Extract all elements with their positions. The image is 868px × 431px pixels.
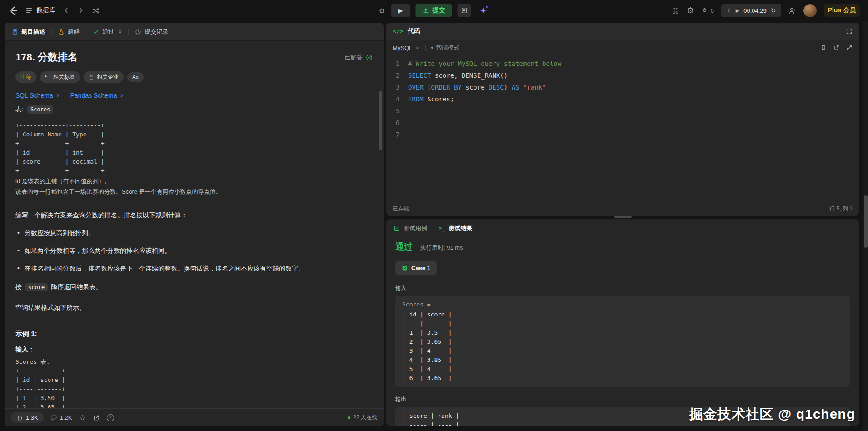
tab-description[interactable]: 题目描述 [10,28,47,36]
run-button[interactable]: ▶ [391,4,410,17]
code-line[interactable]: 7 [386,129,859,140]
sql-schema-link[interactable]: SQL Schema [15,92,60,99]
code-line[interactable]: 4FROM Scores; [386,93,859,105]
ai-sparkle-icon[interactable]: ✦ ✦ [477,4,490,17]
output-label: 输出 [395,396,850,403]
shuffle-icon[interactable] [92,7,100,15]
submit-button[interactable]: 提交 [416,4,452,17]
smart-mode-toggle[interactable]: 智能模式 [431,44,459,52]
related-companies-pill[interactable]: 相关企业 [84,71,124,83]
debug-icon[interactable] [378,7,386,15]
notes-icon[interactable] [458,4,471,17]
invite-user-icon[interactable] [788,7,796,15]
comments-button[interactable]: 1.2K [51,414,72,421]
tab-accepted[interactable]: 通过 × [91,28,124,36]
window-scrollbar[interactable] [863,21,868,431]
close-icon[interactable]: × [118,28,122,35]
leetcode-logo[interactable] [8,5,18,16]
tab-submissions[interactable]: 提交记录 [133,28,170,36]
settings-gear-icon[interactable]: ⚙ [687,5,694,15]
result-status: 通过 [395,241,413,253]
language-select[interactable]: MySQL [393,45,420,51]
solved-status: 已解答 [345,53,373,61]
thumbs-up-icon [16,415,23,421]
user-avatar[interactable] [803,4,817,17]
check-icon [93,29,99,35]
code-line[interactable]: 5 [386,105,859,117]
pandas-schema-link[interactable]: Pandas Schema [70,92,125,99]
ax-pill[interactable]: Ax [127,72,144,82]
tab-solutions[interactable]: 题解 [56,28,81,36]
divider [128,29,129,35]
tab-testresult[interactable]: >_ 测试结果 [439,224,472,232]
difficulty-badge[interactable]: 中等 [15,71,36,83]
input-box[interactable]: Scores = | id | score | | -- | ----- | |… [395,296,850,387]
saved-status: 已存储 [393,205,409,213]
code-line[interactable]: 2SELECT score, DENSE_RANK() [386,70,859,81]
timer-reset-icon[interactable]: ↻ [771,7,776,14]
nav-problem-list[interactable]: 数据库 [25,6,55,15]
play-icon: ▶ [398,7,403,14]
reset-code-icon[interactable]: ↺ [833,44,839,52]
dot-icon [431,47,433,49]
rules-list: 分数应按从高到低排列。 如果两个分数相等，那么两个分数的排名应该相同。 在排名相… [15,228,373,273]
like-button[interactable]: 1.3K [11,412,44,423]
code-line[interactable]: 6 [386,117,859,129]
comment-count: 1.2K [60,414,72,421]
collapse-timer-icon[interactable] [726,8,732,13]
example-table-caption: Scores 表: [15,357,373,366]
favorite-star-icon[interactable]: ☆ [80,413,86,422]
line-number: 7 [386,129,408,140]
cursor-position: 行 5, 列 1 [829,205,853,213]
example-input-label: 输入： [15,346,373,354]
case-1-button[interactable]: Case 1 [395,261,437,275]
line-number: 1 [386,58,408,70]
help-button[interactable]: ? [107,414,114,421]
line-number: 5 [386,105,408,117]
input-variable: Scores = [402,300,843,309]
scrollbar-thumb[interactable] [864,195,868,248]
lock-icon [89,75,94,80]
line-number: 6 [386,117,408,129]
fullscreen-icon[interactable] [846,28,853,35]
schema-note: 该表的每一行都包含了一场比赛的分数。Score 是一个有两位小数点的浮点值。 [15,187,373,196]
table-name-chip: Scores [27,105,53,114]
problem-intro: 编写一个解决方案来查询分数的排名。排名按以下规则计算： [15,210,373,220]
timer-play-icon[interactable]: ▶ [736,8,739,13]
plus-member-badge[interactable]: Plus 会员 [824,4,860,17]
case-pass-icon [402,265,408,271]
tab-testcase[interactable]: 测试用例 [394,224,427,232]
problem-footer: 1.3K 1.2K ☆ ? 22 人在线 [5,408,384,426]
topbar: 数据库 ▶ 提交 [0,0,868,21]
timer[interactable]: ▶ 00:04:29 ↻ [721,4,781,17]
question-icon: ? [107,414,114,421]
code-line[interactable]: 1# Write your MySQL query statement belo… [386,58,859,70]
code-editor[interactable]: 1# Write your MySQL query statement belo… [386,56,859,202]
panel-resize-handle[interactable] [614,216,632,218]
clock-icon [135,29,141,35]
problem-title: 178. 分数排名 [15,50,78,64]
line-number: 2 [386,70,408,81]
code-line[interactable]: 3OVER (ORDER BY score DESC) AS "rank" [386,81,859,93]
input-table: | id | score | | -- | ----- | | 1 | 3.5 … [402,310,843,383]
apps-grid-icon[interactable] [672,7,679,15]
schema-note: id 是该表的主键（有不同值的列）。 [15,177,373,186]
chevron-down-icon [415,45,420,50]
line-number: 4 [386,93,408,105]
terminal-icon: >_ [439,225,445,231]
problem-scrollbar[interactable] [379,91,382,150]
bookmark-icon[interactable] [820,45,827,51]
prev-problem-icon[interactable] [63,7,70,14]
streak-counter[interactable]: 0 [701,7,713,14]
related-tags-pill[interactable]: 相关标签 [40,71,80,83]
expand-editor-icon[interactable] [846,45,853,51]
list-icon [25,7,33,14]
solved-check-icon [366,54,373,61]
divider [51,29,52,35]
share-icon[interactable] [93,415,100,421]
rule-item: 分数应按从高到低排列。 [15,228,373,238]
test-tab-bar: 测试用例 >_ 测试结果 [386,219,859,237]
next-problem-icon[interactable] [77,7,85,14]
divider [86,29,86,35]
runtime-info: 执行用时: 91 ms [420,244,463,252]
